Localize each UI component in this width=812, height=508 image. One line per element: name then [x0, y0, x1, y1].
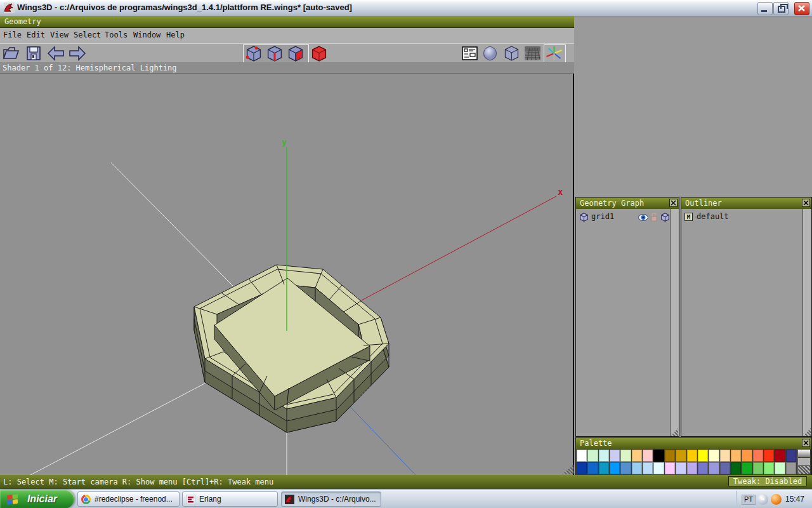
- menu-window[interactable]: Window: [133, 30, 160, 39]
- palette-swatch[interactable]: [665, 450, 675, 462]
- body-mode-button[interactable]: [310, 45, 329, 62]
- palette-swatch[interactable]: [698, 462, 708, 474]
- restore-button[interactable]: [773, 2, 789, 15]
- palette-swatch[interactable]: [632, 450, 642, 462]
- palette-swatch[interactable]: [643, 462, 653, 474]
- palette-swatch[interactable]: [786, 450, 796, 462]
- taskbar-task-redeclipse[interactable]: #redeclipse - freenod...: [77, 491, 180, 507]
- wireframe-cube-icon: [503, 45, 520, 62]
- palette-swatch[interactable]: [753, 450, 763, 462]
- close-button[interactable]: [794, 2, 809, 15]
- taskbar-task-wings3d[interactable]: Wings3D - c:/Arquivo...: [281, 491, 381, 507]
- restore-icon: [778, 6, 785, 13]
- geometry-graph-scrollbar[interactable]: [670, 209, 679, 436]
- platform-model[interactable]: [194, 265, 389, 432]
- palette-swatch[interactable]: [676, 462, 686, 474]
- taskbar-task-erlang[interactable]: Erlang: [182, 491, 278, 507]
- start-button[interactable]: Iniciar: [0, 490, 74, 508]
- wireframe-button[interactable]: [503, 45, 522, 62]
- palette-swatch[interactable]: [599, 450, 609, 462]
- eye-visible-icon[interactable]: [638, 214, 648, 221]
- outliner-titlebar[interactable]: Outliner: [681, 197, 811, 209]
- menu-file[interactable]: File: [3, 30, 22, 39]
- palette-swatch[interactable]: [620, 462, 631, 474]
- menu-tools[interactable]: Tools: [105, 30, 128, 39]
- geometry-viewport[interactable]: x y z: [0, 74, 574, 475]
- ground-plane-button[interactable]: [524, 45, 543, 62]
- undo-button[interactable]: [46, 45, 65, 62]
- palette-swatch[interactable]: [653, 450, 664, 462]
- palette-swatch[interactable]: [577, 462, 587, 474]
- palette-swatch[interactable]: [764, 462, 774, 474]
- geometry-graph-panel: Geometry Graph grid1: [575, 197, 679, 437]
- palette-swatch[interactable]: [620, 450, 631, 462]
- palette-swatch[interactable]: [632, 462, 642, 474]
- palette-close-button[interactable]: [802, 439, 810, 447]
- outliner-item-default[interactable]: M default: [681, 211, 811, 223]
- view-settings-button[interactable]: [461, 45, 480, 62]
- palette-swatch[interactable]: [687, 450, 697, 462]
- palette-swatch[interactable]: [676, 450, 686, 462]
- menu-edit[interactable]: Edit: [27, 30, 45, 39]
- palette-swatch[interactable]: [786, 462, 796, 474]
- menu-view[interactable]: View: [50, 30, 69, 39]
- geometry-graph-close-button[interactable]: [669, 199, 678, 207]
- palette-swatch[interactable]: [643, 450, 653, 462]
- windows-flag-icon: [6, 493, 18, 505]
- minimize-button[interactable]: [757, 2, 773, 15]
- gradient-swatch[interactable]: [798, 450, 810, 457]
- palette-swatch[interactable]: [653, 462, 664, 474]
- palette-swatch[interactable]: [775, 462, 785, 474]
- palette-swatch[interactable]: [753, 462, 763, 474]
- resize-grip[interactable]: [803, 428, 811, 436]
- palette-swatch[interactable]: [764, 450, 774, 462]
- palette-swatch[interactable]: [731, 450, 741, 462]
- palette-swatch[interactable]: [610, 450, 620, 462]
- palette-swatch[interactable]: [577, 450, 587, 462]
- lock-open-icon[interactable]: [650, 213, 658, 222]
- outliner-scrollbar[interactable]: [802, 209, 811, 436]
- face-mode-button[interactable]: [286, 45, 305, 62]
- geometry-graph-item-grid1[interactable]: grid1: [576, 211, 679, 223]
- palette-swatch[interactable]: [720, 450, 730, 462]
- resize-grip[interactable]: [671, 428, 678, 436]
- resize-grip[interactable]: [798, 466, 810, 474]
- save-button[interactable]: [25, 45, 44, 62]
- palette-swatch[interactable]: [698, 450, 708, 462]
- show-axes-button[interactable]: [544, 44, 566, 64]
- palette-swatch[interactable]: [665, 462, 675, 474]
- outliner-close-button[interactable]: [802, 199, 810, 207]
- start-button-label: Iniciar: [27, 493, 57, 504]
- palette-swatch[interactable]: [687, 462, 697, 474]
- palette-titlebar[interactable]: Palette: [576, 438, 811, 449]
- palette-swatch[interactable]: [775, 450, 785, 462]
- shader-status-text: Shader 1 of 12: Hemispherical Lighting: [3, 64, 177, 72]
- menu-select[interactable]: Select: [74, 30, 101, 39]
- palette-swatch[interactable]: [599, 462, 609, 474]
- palette-swatch[interactable]: [731, 462, 741, 474]
- palette-swatch[interactable]: [742, 450, 752, 462]
- outliner-title: Outliner: [685, 199, 722, 208]
- palette-swatch[interactable]: [610, 462, 620, 474]
- blank-swatch[interactable]: [798, 458, 810, 465]
- tray-collapse-button[interactable]: «: [757, 494, 768, 505]
- tray-app-icon[interactable]: [771, 494, 782, 505]
- geometry-window-header[interactable]: Geometry: [0, 16, 574, 28]
- redo-button[interactable]: [68, 45, 87, 62]
- window-titlebar[interactable]: Wings3D - c:/Arquivos de programas/wings…: [0, 0, 812, 17]
- palette-swatch[interactable]: [587, 450, 598, 462]
- palette-swatch[interactable]: [742, 462, 752, 474]
- palette-swatch[interactable]: [587, 462, 598, 474]
- palette-swatch[interactable]: [709, 450, 719, 462]
- palette-swatch[interactable]: [709, 462, 719, 474]
- task-label: #redeclipse - freenod...: [95, 495, 173, 504]
- geometry-graph-titlebar[interactable]: Geometry Graph: [576, 197, 679, 209]
- language-indicator[interactable]: PT: [742, 495, 756, 505]
- edge-mode-button[interactable]: [265, 45, 284, 62]
- menu-help[interactable]: Help: [166, 30, 185, 39]
- open-button[interactable]: [2, 45, 21, 62]
- palette-swatch[interactable]: [720, 462, 730, 474]
- smooth-shaded-button[interactable]: [481, 45, 501, 62]
- vertex-mode-button[interactable]: [244, 45, 263, 62]
- cube-icon[interactable]: [660, 212, 670, 222]
